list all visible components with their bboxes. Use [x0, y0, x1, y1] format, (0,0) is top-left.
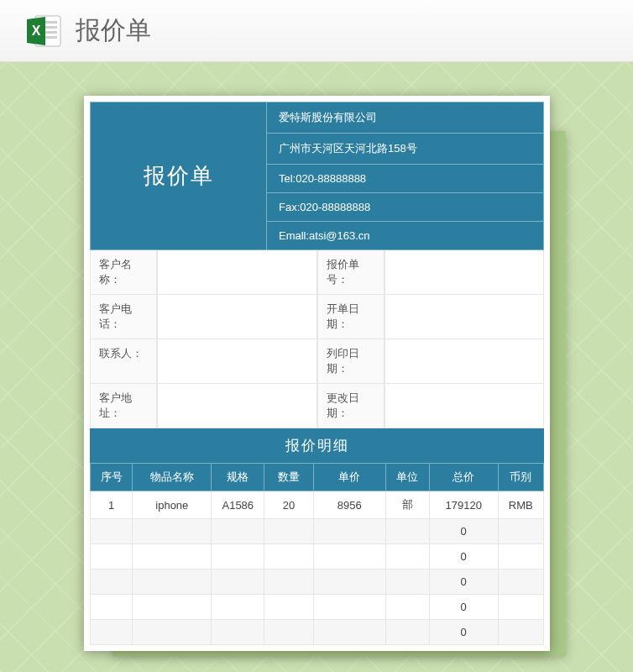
quotation-document: 报价单 爱特斯股份有限公司 广州市天河区天河北路158号 Tel:020-888… — [84, 96, 550, 651]
table-cell — [264, 519, 314, 544]
label-contact: 联系人： — [90, 339, 157, 384]
table-header-row: 序号 物品名称 规格 数量 单价 单位 总价 币别 — [91, 464, 544, 491]
table-cell — [498, 595, 543, 620]
table-cell — [91, 595, 133, 620]
page-title: 报价单 — [76, 13, 151, 48]
table-cell: 0 — [429, 620, 498, 645]
table-cell — [212, 544, 264, 570]
excel-icon: X — [24, 11, 64, 51]
header-right: 爱特斯股份有限公司 广州市天河区天河北路158号 Tel:020-8888888… — [266, 102, 544, 250]
company-address: 广州市天河区天河北路158号 — [266, 133, 544, 164]
col-unit: 单位 — [385, 464, 429, 491]
value-print-date — [385, 339, 545, 384]
table-cell: A1586 — [212, 491, 264, 519]
table-cell: 0 — [429, 544, 498, 570]
table-cell — [212, 620, 264, 645]
table-cell — [264, 620, 314, 645]
table-cell — [498, 519, 543, 544]
table-row: 1iphoneA1586208956部179120RMB — [91, 491, 544, 519]
header-left: 报价单 — [90, 102, 266, 250]
table-cell — [133, 595, 212, 620]
table-cell — [313, 595, 385, 620]
table-row: 0 — [91, 620, 544, 645]
value-contact — [157, 339, 317, 384]
table-cell — [264, 544, 314, 570]
table-cell — [264, 570, 314, 595]
label-customer-name: 客户名称： — [90, 250, 157, 295]
table-cell — [313, 620, 385, 645]
table-cell — [212, 519, 264, 544]
company-fax: Fax:020-88888888 — [266, 192, 544, 221]
col-qty: 数量 — [264, 464, 314, 491]
value-quote-no — [385, 250, 545, 295]
table-cell — [498, 570, 543, 595]
table-cell — [133, 620, 212, 645]
table-row: 0 — [91, 570, 544, 595]
svg-text:X: X — [32, 24, 41, 38]
value-change-date — [385, 384, 545, 428]
label-print-date: 列印日期： — [317, 339, 385, 384]
col-total: 总价 — [429, 464, 498, 491]
table-cell — [212, 570, 264, 595]
label-quote-no: 报价单号： — [317, 250, 385, 295]
topbar: X 报价单 — [0, 0, 633, 62]
table-row: 0 — [91, 595, 544, 620]
table-cell — [313, 519, 385, 544]
table-cell: 0 — [429, 519, 498, 544]
info-grid: 客户名称： 报价单号： 客户电话： 开单日期： 联系人： 列印日期： 客户地址：… — [90, 250, 544, 428]
table-cell: 179120 — [429, 491, 498, 519]
table-cell — [498, 544, 543, 570]
col-price: 单价 — [313, 464, 385, 491]
header-block: 报价单 爱特斯股份有限公司 广州市天河区天河北路158号 Tel:020-888… — [90, 102, 544, 250]
table-cell: 0 — [429, 570, 498, 595]
table-row: 0 — [91, 519, 544, 544]
table-row: 0 — [91, 544, 544, 570]
table-cell — [385, 519, 429, 544]
table-cell — [91, 570, 133, 595]
table-cell — [133, 544, 212, 570]
table-cell: RMB — [498, 491, 543, 519]
label-change-date: 更改日期： — [317, 384, 385, 428]
table-cell: 部 — [385, 491, 429, 519]
table-cell — [91, 620, 133, 645]
value-customer-name — [157, 250, 317, 295]
value-customer-addr — [157, 384, 317, 428]
table-cell — [385, 570, 429, 595]
company-tel: Tel:020-88888888 — [266, 164, 544, 192]
table-cell: 8956 — [313, 491, 385, 519]
canvas: 报价单 爱特斯股份有限公司 广州市天河区天河北路158号 Tel:020-888… — [0, 62, 633, 672]
label-open-date: 开单日期： — [317, 295, 385, 339]
table-cell: 0 — [429, 595, 498, 620]
table-cell — [385, 595, 429, 620]
table-cell — [385, 544, 429, 570]
label-customer-tel: 客户电话： — [90, 295, 157, 339]
value-open-date — [385, 295, 545, 339]
col-seq: 序号 — [91, 464, 133, 491]
table-cell — [212, 595, 264, 620]
company-email: Emall:atsi@163.cn — [266, 221, 544, 250]
table-cell — [91, 544, 133, 570]
label-customer-addr: 客户地址： — [90, 384, 157, 428]
table-cell — [133, 570, 212, 595]
col-item: 物品名称 — [133, 464, 212, 491]
col-spec: 规格 — [212, 464, 264, 491]
table-cell — [498, 620, 543, 645]
detail-table: 序号 物品名称 规格 数量 单价 单位 总价 币别 1iphoneA158620… — [90, 463, 544, 645]
table-cell — [313, 570, 385, 595]
table-cell: iphone — [133, 491, 212, 519]
header-title: 报价单 — [144, 161, 214, 191]
table-cell: 20 — [264, 491, 314, 519]
table-cell — [133, 519, 212, 544]
table-cell — [91, 519, 133, 544]
value-customer-tel — [157, 295, 317, 339]
table-cell: 1 — [91, 491, 133, 519]
table-cell — [385, 620, 429, 645]
col-currency: 币别 — [498, 464, 543, 491]
detail-title: 报价明细 — [90, 428, 544, 463]
company-name: 爱特斯股份有限公司 — [266, 102, 544, 133]
table-cell — [264, 595, 314, 620]
table-cell — [313, 544, 385, 570]
